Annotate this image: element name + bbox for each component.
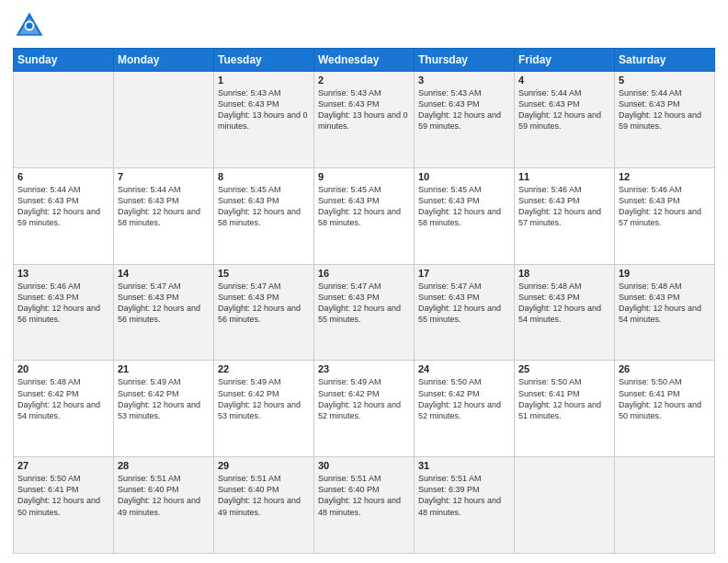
day-header-tuesday: Tuesday [214, 49, 314, 72]
calendar-cell: 23Sunrise: 5:49 AMSunset: 6:42 PMDayligh… [314, 361, 415, 457]
calendar-cell: 25Sunrise: 5:50 AMSunset: 6:41 PMDayligh… [515, 361, 615, 457]
day-info: Sunrise: 5:44 AMSunset: 6:43 PMDaylight:… [518, 87, 610, 132]
day-number: 5 [619, 75, 711, 86]
calendar-cell: 16Sunrise: 5:47 AMSunset: 6:43 PMDayligh… [314, 264, 415, 361]
day-header-monday: Monday [114, 49, 214, 72]
day-info: Sunrise: 5:48 AMSunset: 6:43 PMDaylight:… [518, 281, 610, 326]
day-number: 11 [518, 171, 610, 182]
day-number: 2 [318, 75, 410, 86]
day-header-thursday: Thursday [415, 49, 515, 72]
calendar-table: SundayMondayTuesdayWednesdayThursdayFrid… [13, 48, 715, 554]
day-info: Sunrise: 5:51 AMSunset: 6:40 PMDaylight:… [218, 473, 310, 518]
calendar-cell: 15Sunrise: 5:47 AMSunset: 6:43 PMDayligh… [214, 264, 314, 361]
day-info: Sunrise: 5:47 AMSunset: 6:43 PMDaylight:… [218, 281, 310, 326]
day-number: 30 [318, 460, 410, 471]
day-info: Sunrise: 5:47 AMSunset: 6:43 PMDaylight:… [418, 281, 510, 326]
day-number: 23 [318, 363, 410, 374]
day-number: 6 [17, 171, 109, 182]
calendar-cell: 8Sunrise: 5:45 AMSunset: 6:43 PMDaylight… [214, 167, 314, 264]
day-header-sunday: Sunday [14, 49, 114, 72]
day-number: 16 [318, 268, 410, 279]
day-info: Sunrise: 5:51 AMSunset: 6:40 PMDaylight:… [118, 473, 210, 518]
calendar-cell: 27Sunrise: 5:50 AMSunset: 6:41 PMDayligh… [14, 457, 114, 554]
calendar-cell: 18Sunrise: 5:48 AMSunset: 6:43 PMDayligh… [515, 264, 615, 361]
day-number: 27 [17, 460, 109, 471]
day-info: Sunrise: 5:43 AMSunset: 6:43 PMDaylight:… [418, 87, 510, 132]
calendar-header-row: SundayMondayTuesdayWednesdayThursdayFrid… [14, 49, 715, 72]
day-number: 19 [619, 268, 711, 279]
day-info: Sunrise: 5:45 AMSunset: 6:43 PMDaylight:… [418, 184, 510, 229]
day-number: 14 [118, 268, 210, 279]
day-header-friday: Friday [515, 49, 615, 72]
day-number: 20 [17, 363, 109, 374]
calendar-cell: 20Sunrise: 5:48 AMSunset: 6:42 PMDayligh… [14, 361, 114, 457]
calendar-cell: 12Sunrise: 5:46 AMSunset: 6:43 PMDayligh… [615, 167, 715, 264]
day-info: Sunrise: 5:50 AMSunset: 6:41 PMDaylight:… [619, 376, 711, 421]
day-info: Sunrise: 5:48 AMSunset: 6:43 PMDaylight:… [619, 281, 711, 326]
calendar-cell: 24Sunrise: 5:50 AMSunset: 6:42 PMDayligh… [415, 361, 515, 457]
header [13, 9, 715, 42]
day-number: 10 [418, 171, 510, 182]
day-info: Sunrise: 5:50 AMSunset: 6:41 PMDaylight:… [518, 376, 610, 421]
calendar-cell: 2Sunrise: 5:43 AMSunset: 6:43 PMDaylight… [314, 72, 415, 168]
day-number: 25 [518, 363, 610, 374]
calendar-cell: 21Sunrise: 5:49 AMSunset: 6:42 PMDayligh… [114, 361, 214, 457]
day-number: 31 [418, 460, 510, 471]
day-info: Sunrise: 5:49 AMSunset: 6:42 PMDaylight:… [218, 376, 310, 421]
day-number: 28 [118, 460, 210, 471]
day-number: 17 [418, 268, 510, 279]
calendar-week-row: 1Sunrise: 5:43 AMSunset: 6:43 PMDaylight… [14, 72, 715, 168]
day-info: Sunrise: 5:51 AMSunset: 6:40 PMDaylight:… [318, 473, 410, 518]
logo-icon [13, 9, 46, 42]
day-info: Sunrise: 5:47 AMSunset: 6:43 PMDaylight:… [318, 281, 410, 326]
calendar-week-row: 6Sunrise: 5:44 AMSunset: 6:43 PMDaylight… [14, 167, 715, 264]
day-number: 7 [118, 171, 210, 182]
day-info: Sunrise: 5:45 AMSunset: 6:43 PMDaylight:… [318, 184, 410, 229]
day-info: Sunrise: 5:50 AMSunset: 6:42 PMDaylight:… [418, 376, 510, 421]
day-number: 12 [619, 171, 711, 182]
calendar-cell: 19Sunrise: 5:48 AMSunset: 6:43 PMDayligh… [615, 264, 715, 361]
calendar-cell: 28Sunrise: 5:51 AMSunset: 6:40 PMDayligh… [114, 457, 214, 554]
calendar-cell: 11Sunrise: 5:46 AMSunset: 6:43 PMDayligh… [515, 167, 615, 264]
day-info: Sunrise: 5:44 AMSunset: 6:43 PMDaylight:… [17, 184, 109, 229]
day-info: Sunrise: 5:46 AMSunset: 6:43 PMDaylight:… [619, 184, 711, 229]
calendar-cell: 1Sunrise: 5:43 AMSunset: 6:43 PMDaylight… [214, 72, 314, 168]
calendar-cell: 14Sunrise: 5:47 AMSunset: 6:43 PMDayligh… [114, 264, 214, 361]
day-info: Sunrise: 5:51 AMSunset: 6:39 PMDaylight:… [418, 473, 510, 518]
calendar-cell: 29Sunrise: 5:51 AMSunset: 6:40 PMDayligh… [214, 457, 314, 554]
day-info: Sunrise: 5:46 AMSunset: 6:43 PMDaylight:… [17, 281, 109, 326]
day-number: 21 [118, 363, 210, 374]
calendar-cell: 4Sunrise: 5:44 AMSunset: 6:43 PMDaylight… [515, 72, 615, 168]
calendar-cell: 13Sunrise: 5:46 AMSunset: 6:43 PMDayligh… [14, 264, 114, 361]
calendar-cell: 3Sunrise: 5:43 AMSunset: 6:43 PMDaylight… [415, 72, 515, 168]
day-number: 22 [218, 363, 310, 374]
calendar-cell: 5Sunrise: 5:44 AMSunset: 6:43 PMDaylight… [615, 72, 715, 168]
calendar-week-row: 13Sunrise: 5:46 AMSunset: 6:43 PMDayligh… [14, 264, 715, 361]
day-number: 26 [619, 363, 711, 374]
calendar-week-row: 20Sunrise: 5:48 AMSunset: 6:42 PMDayligh… [14, 361, 715, 457]
page: SundayMondayTuesdayWednesdayThursdayFrid… [0, 0, 728, 563]
day-number: 18 [518, 268, 610, 279]
day-info: Sunrise: 5:47 AMSunset: 6:43 PMDaylight:… [118, 281, 210, 326]
calendar-cell: 30Sunrise: 5:51 AMSunset: 6:40 PMDayligh… [314, 457, 415, 554]
svg-point-3 [26, 22, 32, 29]
day-number: 1 [218, 75, 310, 86]
day-info: Sunrise: 5:48 AMSunset: 6:42 PMDaylight:… [17, 376, 109, 421]
logo [13, 9, 50, 42]
day-header-saturday: Saturday [615, 49, 715, 72]
day-info: Sunrise: 5:43 AMSunset: 6:43 PMDaylight:… [218, 87, 310, 132]
day-number: 15 [218, 268, 310, 279]
calendar-cell: 10Sunrise: 5:45 AMSunset: 6:43 PMDayligh… [415, 167, 515, 264]
calendar-cell: 17Sunrise: 5:47 AMSunset: 6:43 PMDayligh… [415, 264, 515, 361]
day-info: Sunrise: 5:49 AMSunset: 6:42 PMDaylight:… [318, 376, 410, 421]
day-info: Sunrise: 5:45 AMSunset: 6:43 PMDaylight:… [218, 184, 310, 229]
day-number: 8 [218, 171, 310, 182]
calendar-cell: 22Sunrise: 5:49 AMSunset: 6:42 PMDayligh… [214, 361, 314, 457]
day-number: 4 [518, 75, 610, 86]
day-number: 9 [318, 171, 410, 182]
day-number: 3 [418, 75, 510, 86]
calendar-cell [14, 72, 114, 168]
calendar-cell [515, 457, 615, 554]
day-info: Sunrise: 5:44 AMSunset: 6:43 PMDaylight:… [118, 184, 210, 229]
calendar-cell [114, 72, 214, 168]
